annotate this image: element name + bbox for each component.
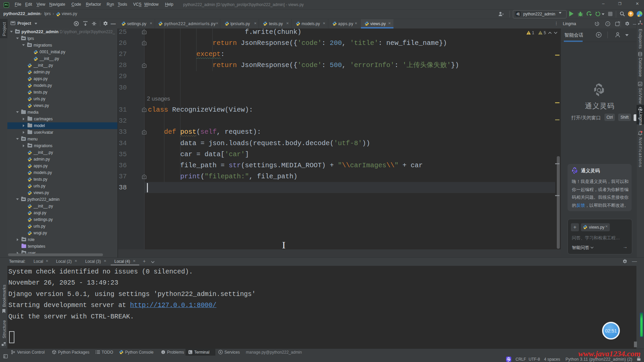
svg-text:?: ?	[607, 22, 608, 26]
